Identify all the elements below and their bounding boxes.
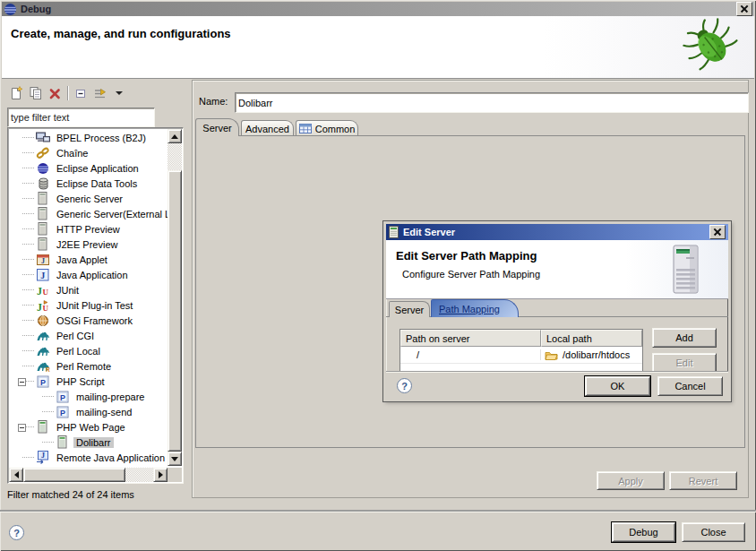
cancel-button[interactable]: Cancel [657,376,723,396]
tree-item-mailing-send[interactable]: P mailing-send [9,404,168,419]
tree-item-generic-server[interactable]: Generic Server [9,191,168,206]
toolbar-menu-dropdown[interactable] [116,90,123,96]
scroll-right-icon [159,471,163,478]
name-input[interactable] [235,92,749,113]
dialog-tab-server[interactable]: Server [389,301,430,317]
tree-item-label: JUnit Plug-in Test [54,300,135,311]
tree-item-generic-server-external[interactable]: Generic Server(External La [9,206,168,221]
duplicate-config-button[interactable] [29,86,43,100]
collapse-all-button[interactable] [73,86,88,100]
filter-input[interactable] [7,108,155,127]
apply-button[interactable]: Apply [597,471,665,490]
svg-text:J: J [37,284,42,297]
dialog-titlebar[interactable]: Edit Server [386,224,728,240]
php-file-icon: P [36,375,50,388]
tree-item-php-script[interactable]: P PHP Script [9,374,168,389]
perl-camel-icon [36,329,50,342]
tree-item-http-preview[interactable]: HTTP Preview [9,221,168,237]
tree-hscroll-thumb[interactable] [23,468,125,482]
tree-scroll-left-button[interactable] [9,468,23,482]
collapse-toggle-icon[interactable] [18,377,26,385]
debug-button[interactable]: Debug [612,522,675,542]
tree-item-java-application[interactable]: J Java Application [9,267,168,282]
debug-bug-icon [668,16,751,77]
dialog-help-icon[interactable]: ? [397,378,412,393]
tree-vscroll-thumb[interactable] [168,170,182,452]
config-toolbar [9,85,179,101]
svg-text:P: P [40,377,46,386]
tree-vscroll-track[interactable] [168,143,182,170]
button-label: Revert [689,476,717,486]
tree-item-osgi-framework[interactable]: OSGi Framework [9,313,168,328]
tree-item-junit-plugin-test[interactable]: JU JUnit Plug-in Test [9,297,168,313]
config-tree-view[interactable]: BPEL Process (B2J) Chaîne Eclipse Applic… [9,130,168,467]
server-tower-icon [668,244,704,297]
tree-item-label: Eclipse Application [54,163,142,174]
button-label: Debug [629,527,657,538]
tab-server[interactable]: Server [195,118,239,136]
dialog-tab-path-mapping[interactable]: Path Mapping [431,299,519,317]
perl-camel-remote-icon: R [36,359,50,373]
tree-item-remote-java-application[interactable]: J Remote Java Application [9,450,168,465]
tab-advanced[interactable]: Advanced [241,120,294,136]
tree-hscroll-track[interactable] [125,468,153,482]
tree-item-eclipse-data-tools[interactable]: Eclipse Data Tools [9,176,168,191]
chain-icon [36,146,50,159]
table-row[interactable]: / /dolibarr/htdocs [400,347,642,363]
tree-item-label: Perl CGI [54,331,97,341]
table-header-local-path[interactable]: Local path [541,330,642,347]
window-titlebar[interactable]: Debug [2,2,754,16]
perl-camel-icon [36,344,50,357]
ok-button[interactable]: OK [585,376,650,396]
tree-item-php-web-page[interactable]: PHP Web Page [9,419,168,435]
tree-item-label: mailing-prepare [73,392,147,402]
tree-item-bpel-process[interactable]: BPEL Process (B2J) [9,130,168,145]
revert-button[interactable]: Revert [669,471,737,490]
tree-item-label: Generic Server(External La [54,209,168,220]
new-config-button[interactable] [9,86,23,100]
button-label: Close [700,527,726,538]
table-header-path-on-server[interactable]: Path on server [400,330,541,347]
filter-button[interactable] [93,86,108,100]
tree-item-label: Perl Local [54,346,103,357]
delete-config-button[interactable] [48,87,62,100]
java-applet-icon: J [36,253,50,266]
tree-item-perl-remote[interactable]: R Perl Remote [9,358,168,374]
tree-item-junit[interactable]: JU JUnit [9,282,168,297]
window-close-button[interactable] [736,2,752,16]
tree-item-perl-cgi[interactable]: Perl CGI [9,328,168,343]
tree-item-label: JUnit [54,285,82,296]
tree-item-java-applet[interactable]: J Java Applet [9,252,168,267]
path-mapping-table[interactable]: Path on server Local path / /dolibarr/ht… [399,329,643,375]
dialog-banner: Edit Server Path Mapping Configure Serve… [386,240,728,299]
collapse-toggle-icon[interactable] [18,423,26,431]
svg-text:J: J [37,300,42,312]
tree-item-perl-local[interactable]: Perl Local [9,343,168,358]
tab-label: Common [315,124,356,134]
tab-label: Server [395,305,424,315]
footer-help-icon[interactable]: ? [9,525,24,540]
local-path-cell: /dolibarr/htdocs [563,349,630,360]
add-mapping-button[interactable]: Add [652,328,717,348]
server-icon [389,226,399,238]
php-file-icon: P [56,390,70,403]
server-icon [36,222,50,236]
server-icon [36,207,50,220]
button-label: Add [675,332,693,343]
config-tree: BPEL Process (B2J) Chaîne Eclipse Applic… [7,127,184,484]
tab-common[interactable]: Common [296,120,358,136]
tree-item-j2ee-preview[interactable]: J2EE Preview [9,237,168,252]
tree-item-chaine[interactable]: Chaîne [9,145,168,160]
tree-item-eclipse-application[interactable]: Eclipse Application [9,160,168,176]
tree-item-mailing-prepare[interactable]: P mailing-prepare [9,389,168,404]
window-title: Debug [21,4,51,14]
tree-scroll-down-button[interactable] [168,452,182,466]
tree-item-dolibarr[interactable]: Dolibarr [9,435,168,450]
path-on-server-cell: / [400,349,541,360]
scroll-up-icon [171,134,178,139]
dialog-close-button[interactable] [709,225,726,239]
close-button[interactable]: Close [682,522,745,542]
tree-scroll-right-button[interactable] [153,468,168,482]
tree-scroll-up-button[interactable] [168,129,182,143]
edit-mapping-button[interactable]: Edit [652,353,717,373]
